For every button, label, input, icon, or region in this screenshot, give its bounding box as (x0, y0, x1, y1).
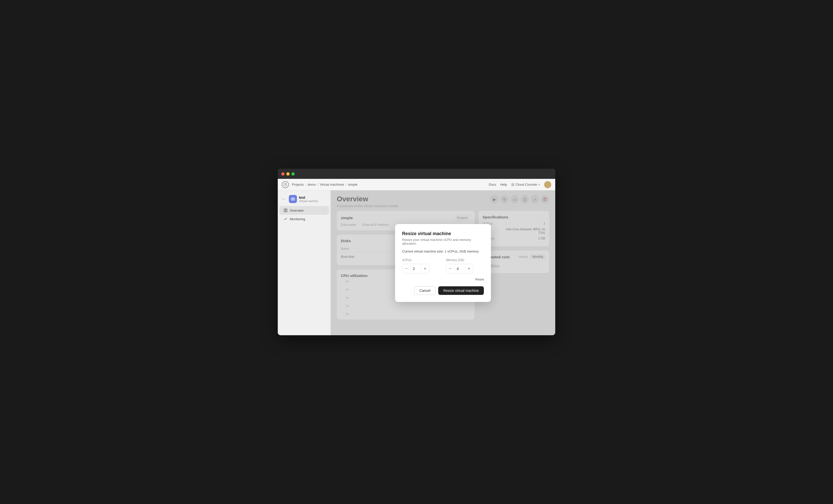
vm-name: test (299, 195, 328, 199)
modal-overlay: Resize virtual machine Resize your virtu… (331, 190, 555, 335)
back-button[interactable]: ← (281, 196, 287, 202)
memory-stepper: − + (446, 264, 473, 273)
vm-icon (289, 195, 297, 203)
vcpus-control-group: vCPUs − + (402, 258, 440, 273)
monitoring-icon (283, 217, 288, 221)
vcpus-stepper: − + (402, 264, 429, 273)
app-window: Projects / demo / Virtual machines / sim… (278, 169, 555, 335)
vcpus-decrement-button[interactable]: − (402, 264, 410, 273)
sidebar-item-overview[interactable]: Overview › (279, 206, 329, 215)
grid-icon: ⊞ (511, 182, 515, 187)
overview-icon (283, 208, 288, 213)
vm-info: test Virtual machine (299, 195, 328, 202)
cancel-button[interactable]: Cancel (414, 286, 436, 295)
traffic-lights (281, 172, 295, 175)
vcpus-increment-button[interactable]: + (421, 264, 429, 273)
maximize-button[interactable] (291, 172, 295, 175)
vcpus-input[interactable] (411, 264, 421, 273)
content-area: Overview A summary of this virtual machi… (331, 190, 555, 335)
back-icon: ← (282, 197, 286, 201)
breadcrumb: Projects / demo / Virtual machines / sim… (292, 183, 357, 186)
breadcrumb-simple[interactable]: simple (348, 183, 357, 186)
minimize-button[interactable] (286, 172, 290, 175)
main-layout: ← test Virtual machine (278, 190, 555, 335)
sidebar-header: ← test Virtual machine (278, 193, 331, 206)
vcpus-input-wrap (410, 264, 421, 273)
help-link[interactable]: Help (500, 183, 507, 186)
memory-increment-button[interactable]: + (465, 264, 473, 273)
sidebar-item-label: Monitoring (290, 217, 305, 221)
memory-input[interactable] (455, 264, 465, 273)
docs-link[interactable]: Docs (489, 183, 496, 186)
avatar[interactable] (544, 181, 551, 188)
breadcrumb-demo[interactable]: demo (308, 183, 316, 186)
top-navigation: Projects / demo / Virtual machines / sim… (278, 179, 555, 190)
titlebar (278, 169, 555, 179)
breadcrumb-virtual-machines[interactable]: Virtual machines (320, 183, 344, 186)
close-button[interactable] (281, 172, 285, 175)
modal-actions: Cancel Resize virtual machine (402, 286, 484, 295)
modal-reset-area: Reset (402, 278, 484, 281)
memory-decrement-button[interactable]: − (446, 264, 454, 273)
sidebar-item-label: Overview (290, 209, 304, 212)
svg-rect-2 (292, 198, 294, 199)
modal-title: Resize virtual machine (402, 231, 484, 236)
memory-input-wrap (454, 264, 465, 273)
chevron-right-icon: › (324, 209, 325, 212)
sidebar-item-monitoring[interactable]: Monitoring (279, 215, 329, 223)
vm-type: Virtual machine (299, 199, 328, 202)
nav-right: Docs Help ⊞ Cloud Console ▾ (489, 181, 551, 188)
modal-subtitle: Resize your virtual machine vCPU and mem… (402, 238, 484, 245)
vcpus-control-label: vCPUs (402, 258, 440, 262)
sidebar: ← test Virtual machine (278, 190, 331, 335)
memory-control-group: Memory (GB) − + (446, 258, 484, 273)
cloud-console-button[interactable]: ⊞ Cloud Console ▾ (511, 182, 540, 187)
modal-current-size: Current virtual machine size: 1 vCPUs, 2… (402, 249, 484, 253)
resize-modal: Resize virtual machine Resize your virtu… (395, 224, 491, 302)
modal-controls: vCPUs − + Memory (GB) (402, 258, 484, 273)
app-logo (282, 181, 289, 188)
resize-confirm-button[interactable]: Resize virtual machine (438, 286, 484, 295)
chevron-down-icon: ▾ (538, 183, 540, 186)
breadcrumb-projects[interactable]: Projects (292, 183, 304, 186)
memory-control-label: Memory (GB) (446, 258, 484, 262)
reset-button[interactable]: Reset (475, 278, 484, 281)
